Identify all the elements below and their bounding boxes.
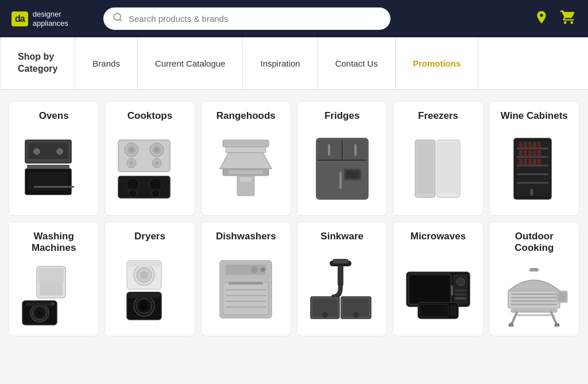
svg-rect-121 [455, 297, 466, 300]
svg-point-14 [130, 148, 133, 152]
svg-point-9 [57, 149, 63, 154]
svg-rect-66 [533, 150, 536, 157]
search-input[interactable] [129, 14, 381, 24]
svg-rect-95 [226, 265, 266, 275]
svg-rect-6 [28, 172, 68, 191]
svg-rect-31 [229, 170, 263, 174]
svg-point-113 [353, 312, 359, 318]
svg-rect-81 [25, 302, 54, 306]
nav-item-brands[interactable]: Brands [75, 37, 138, 89]
category-card-rangehoods[interactable]: Rangehoods [201, 101, 291, 216]
svg-rect-122 [451, 285, 453, 296]
svg-rect-65 [528, 150, 532, 157]
svg-point-17 [155, 148, 158, 152]
svg-rect-39 [354, 144, 357, 156]
main-content: Ovens Cooktops [0, 90, 588, 348]
svg-rect-7 [27, 165, 69, 168]
category-title-dryers: Dryers [134, 231, 165, 242]
svg-rect-71 [533, 158, 536, 165]
svg-marker-29 [220, 153, 272, 169]
svg-rect-62 [537, 142, 541, 149]
svg-point-26 [152, 189, 160, 197]
header-icons [534, 9, 577, 29]
category-card-ovens[interactable]: Ovens [9, 101, 99, 216]
search-bar[interactable] [103, 7, 390, 30]
category-title-rangehoods: Rangehoods [216, 110, 276, 122]
svg-point-118 [457, 278, 465, 286]
svg-rect-33 [240, 177, 252, 182]
svg-point-23 [126, 178, 139, 191]
category-title-cooktops: Cooktops [127, 110, 172, 122]
svg-rect-127 [511, 293, 557, 295]
svg-rect-138 [558, 292, 566, 301]
svg-rect-70 [528, 158, 532, 165]
logo-text: designerappliances [33, 10, 68, 28]
svg-rect-11 [118, 140, 170, 172]
svg-rect-100 [226, 289, 266, 290]
category-title-sinkware: Sinkware [320, 231, 363, 242]
category-image-rangehoods [207, 127, 285, 210]
nav-item-shop-by-category[interactable]: Shop byCategory [0, 37, 75, 89]
svg-line-1 [119, 19, 121, 21]
svg-rect-28 [226, 147, 266, 153]
main-nav: Shop byCategory Brands Current Catalogue… [0, 37, 588, 90]
svg-rect-103 [226, 307, 266, 308]
svg-point-8 [34, 149, 40, 154]
category-image-fridges [303, 127, 381, 210]
header: da designerappliances [0, 0, 588, 37]
svg-rect-116 [410, 276, 450, 303]
svg-point-25 [129, 189, 137, 197]
svg-point-0 [114, 13, 121, 20]
svg-rect-22 [118, 176, 170, 198]
svg-rect-139 [529, 268, 539, 271]
svg-point-82 [51, 302, 55, 305]
svg-rect-87 [128, 262, 160, 266]
category-title-wine-cabinets: Wine Cabinets [501, 110, 568, 122]
logo[interactable]: da designerappliances [11, 10, 92, 28]
svg-point-96 [251, 266, 258, 273]
svg-point-91 [140, 302, 148, 310]
nav-item-promotions[interactable]: Promotions [396, 37, 478, 89]
category-image-outdoor-cooking [496, 260, 573, 330]
svg-rect-56 [517, 173, 548, 175]
category-image-washing-machines [15, 260, 92, 330]
category-card-dishwashers[interactable]: Dishwashers [201, 222, 291, 336]
category-title-fridges: Fridges [324, 110, 359, 122]
svg-point-24 [149, 178, 162, 191]
category-grid: Ovens Cooktops [9, 101, 579, 336]
category-card-sinkware[interactable]: Sinkware [297, 222, 387, 336]
nav-item-current-catalogue[interactable]: Current Catalogue [138, 37, 243, 89]
category-title-dishwashers: Dishwashers [216, 231, 276, 242]
cart-icon[interactable] [560, 9, 577, 29]
svg-rect-42 [346, 170, 359, 179]
category-card-freezers[interactable]: Freezers [393, 101, 483, 216]
svg-rect-102 [226, 301, 266, 302]
svg-rect-63 [519, 150, 523, 157]
svg-rect-75 [38, 268, 64, 282]
svg-rect-68 [519, 158, 523, 165]
category-card-washing-machines[interactable]: Washing Machines [9, 222, 99, 336]
svg-point-112 [322, 312, 328, 318]
category-card-cooktops[interactable]: Cooktops [105, 101, 195, 216]
category-card-microwaves[interactable]: Microwaves [393, 222, 483, 336]
category-card-fridges[interactable]: Fridges [297, 101, 387, 216]
svg-rect-10 [34, 186, 74, 188]
category-card-outdoor-cooking[interactable]: Outdoor Cooking [489, 222, 579, 336]
svg-point-135 [555, 323, 559, 327]
category-card-dryers[interactable]: Dryers [105, 222, 195, 336]
svg-rect-76 [40, 281, 63, 296]
svg-rect-72 [537, 158, 541, 165]
category-image-cooktops [111, 127, 188, 210]
category-image-ovens [15, 127, 92, 210]
svg-rect-59 [524, 142, 527, 149]
nav-item-inspiration[interactable]: Inspiration [243, 37, 318, 89]
nav-item-contact-us[interactable]: Contact Us [318, 37, 396, 89]
location-icon[interactable] [534, 10, 549, 28]
category-image-dishwashers [207, 248, 285, 330]
category-title-microwaves: Microwaves [411, 231, 466, 242]
svg-point-134 [509, 323, 513, 327]
svg-rect-67 [537, 150, 541, 157]
category-card-wine-cabinets[interactable]: Wine Cabinets [489, 101, 579, 216]
svg-rect-92 [128, 293, 160, 298]
svg-rect-107 [332, 259, 349, 263]
